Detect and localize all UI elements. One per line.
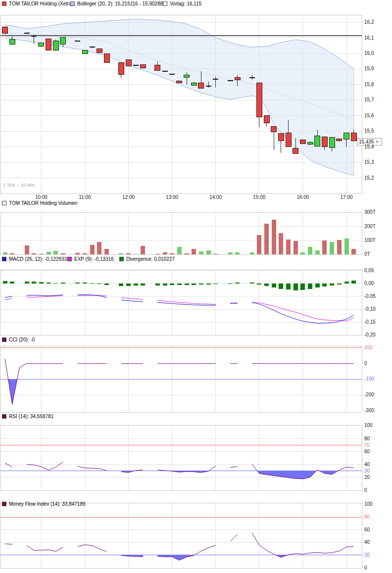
y-axis-label: 0 (364, 487, 367, 493)
legend-volume: TOM TAILOR Holding Volumen (0, 200, 392, 206)
x-axis-label: 10:00 (35, 194, 48, 200)
x-axis-label: 16:00 (296, 194, 309, 200)
volume-panel (0, 212, 362, 254)
y-axis-label: 20 (364, 552, 370, 558)
y-axis-label: -0,15 (364, 319, 376, 325)
mfi-checkbox-icon (2, 502, 6, 506)
legend-label: TOM TAILOR Holding (Xetra) (9, 1, 73, 6)
rsi-checkbox-icon (2, 414, 6, 419)
legend-item-volume[interactable]: TOM TAILOR Holding Volumen (2, 200, 77, 206)
y-axis-label: 15,9 (364, 66, 374, 71)
y-axis-label: 60 (364, 527, 370, 532)
y-axis-label: 16,1 (364, 35, 374, 41)
y-axis-label: 15,5 (364, 128, 374, 134)
y-axis-label: 15,2 (364, 175, 374, 181)
legend-label: MACD (26, 12): -0,122933 (9, 256, 67, 262)
tick-interval-note: 1 Tick = 10 Min. (3, 182, 36, 188)
y-axis-label: 100 (364, 345, 373, 350)
y-axis-label: 15,3 (364, 159, 374, 165)
price-arrow-icon: ► (376, 139, 380, 145)
y-axis-label: 0T (364, 251, 370, 257)
legend-item-rsi[interactable]: RSI (14): 34,558781 (2, 414, 53, 419)
chart-page: TOM TAILOR Holding (Xetra) Bollinger (20… (0, 0, 392, 573)
y-axis-label: 80 (364, 514, 370, 520)
legend-mfi: Money Flow Index (14): 33,847189 (0, 501, 392, 507)
y-axis-label: -300 (364, 408, 374, 413)
main-panel (0, 15, 362, 193)
legend-label: Divergence: 0,010227 (126, 256, 175, 262)
y-axis-label: 16,2 (364, 19, 374, 25)
x-axis-label: 14:00 (209, 194, 222, 200)
y-axis-label: 16,0 (364, 50, 374, 56)
y-axis-label: 300T (364, 209, 376, 215)
y-axis-label: 30 (364, 468, 370, 474)
legend-item-price-series[interactable]: TOM TAILOR Holding (Xetra) (2, 1, 73, 6)
x-axis-label: 17:00 (340, 194, 352, 200)
y-axis-label: 0 (364, 361, 367, 366)
y-axis-label: 40 (364, 462, 370, 467)
legend-rsi: RSI (14): 34,558781 (0, 414, 392, 420)
legend-item-bollinger[interactable]: Bollinger (20, 2): 15,215116 - 15,902884 (70, 1, 166, 6)
y-axis-label: 200T (364, 224, 376, 229)
divergence-checkbox-icon (119, 257, 124, 261)
y-axis-label: 0,00 (364, 281, 374, 286)
legend-macd: MACD (26, 12): -0,122933 EXP (9): -0,133… (0, 256, 392, 262)
legend-item-divergence[interactable]: Divergence: 0,010227 (119, 256, 175, 262)
legend-item-vortag[interactable]: Vortag: 16,115 (163, 1, 201, 6)
y-axis-label: -200 (364, 392, 374, 397)
rsi-panel (0, 425, 362, 490)
mfi-panel (0, 503, 362, 568)
y-axis-label: 15,6 (364, 113, 374, 118)
y-axis-label: 20 (364, 475, 370, 480)
y-axis-label: 15,4 (364, 144, 374, 149)
series-checkbox-icon (2, 1, 6, 6)
legend-item-mfi[interactable]: Money Flow Index (14): 33,847189 (2, 501, 86, 507)
y-axis-label: -0,20 (364, 332, 376, 337)
y-axis-label: 15,7 (364, 97, 374, 102)
volume-checkbox-icon (2, 201, 6, 205)
vortag-checkbox-icon (163, 1, 167, 6)
macd-panel (0, 270, 362, 335)
legend-label: CCI (20): -0 (9, 337, 35, 342)
legend-label: Vortag: 16,115 (170, 1, 201, 6)
x-axis-label: 11:00 (79, 194, 91, 200)
y-axis-label: 40 (364, 539, 370, 545)
macd-checkbox-icon (2, 257, 6, 261)
y-axis-label: 0 (364, 565, 367, 571)
y-axis-label: 0,05 (364, 268, 374, 273)
y-axis-label: 70 (364, 442, 370, 448)
legend-label: EXP (9): -0,13316 (74, 256, 114, 262)
x-axis-label: 13:00 (166, 194, 178, 200)
y-axis-label: 100T (364, 238, 376, 243)
x-axis-label: 12:00 (122, 194, 135, 200)
legend-label: Money Flow Index (14): 33,847189 (9, 501, 86, 507)
y-axis-label: -100 (364, 376, 374, 382)
legend-item-exp[interactable]: EXP (9): -0,13316 (67, 256, 114, 262)
legend-main: TOM TAILOR Holding (Xetra) Bollinger (20… (0, 1, 392, 7)
legend-label: RSI (14): 34,558781 (9, 414, 53, 419)
legend-label: TOM TAILOR Holding Volumen (9, 200, 77, 206)
legend-item-cci[interactable]: CCI (20): -0 (2, 337, 35, 342)
legend-item-macd[interactable]: MACD (26, 12): -0,122933 (2, 256, 67, 262)
y-axis-label: -0,05 (364, 293, 376, 299)
y-axis-label: 15,8 (364, 82, 374, 87)
y-axis-label: 100 (364, 501, 373, 507)
y-axis-label: 100 (364, 423, 373, 428)
cci-checkbox-icon (2, 337, 6, 342)
cci-panel (0, 346, 362, 412)
exp-checkbox-icon (67, 257, 72, 261)
y-axis-label: -0,10 (364, 306, 376, 312)
y-axis-label: 80 (364, 436, 370, 441)
bollinger-checkbox-icon (70, 1, 75, 6)
chart-canvas (0, 0, 392, 573)
x-axis-label: 15:00 (253, 194, 265, 200)
legend-cci: CCI (20): -0 (0, 337, 392, 343)
y-axis-label: 60 (364, 449, 370, 454)
legend-label: Bollinger (20, 2): 15,215116 - 15,902884 (77, 1, 166, 6)
